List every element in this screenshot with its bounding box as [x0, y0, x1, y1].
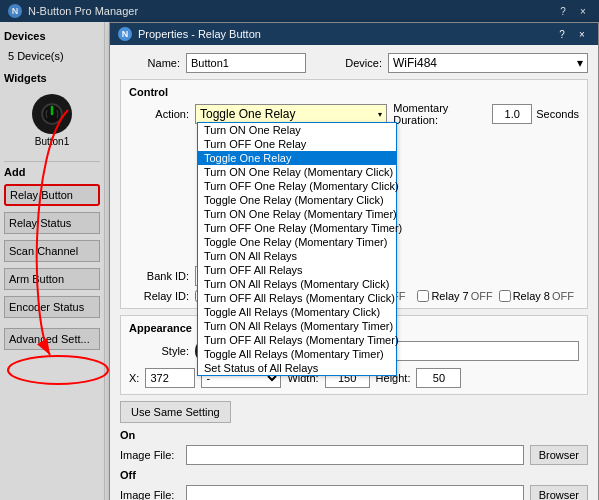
dropdown-item-16[interactable]: Toggle All Relays (Momentary Timer)	[198, 347, 396, 361]
dropdown-item-11[interactable]: Turn ON All Relays (Momentary Click)	[198, 277, 396, 291]
control-title: Control	[129, 86, 579, 98]
relay-id-label: Relay ID:	[129, 290, 189, 302]
name-label: Name:	[120, 57, 180, 69]
action-select[interactable]: Toggle One Relay ▾	[195, 104, 387, 124]
dialog-help-button[interactable]: ?	[554, 26, 570, 42]
device-arrow-icon: ▾	[577, 56, 583, 70]
dropdown-item-4[interactable]: Turn OFF One Relay (Momentary Click)	[198, 179, 396, 193]
use-same-button[interactable]: Use Same Setting	[120, 401, 231, 423]
off-label: Off	[120, 469, 588, 481]
dropdown-item-12[interactable]: Turn OFF All Relays (Momentary Click)	[198, 291, 396, 305]
off-image-file-label: Image File:	[120, 489, 180, 500]
action-dropdown-arrow-icon: ▾	[378, 110, 382, 119]
seconds-label: Seconds	[536, 108, 579, 120]
dialog-title-bar: N Properties - Relay Button ? ×	[110, 23, 598, 45]
relay-7-label: Relay 7	[431, 290, 468, 302]
off-browse-button[interactable]: Browser	[530, 485, 588, 500]
name-device-row: Name: Device: WiFi484 ▾	[120, 53, 588, 73]
action-dropdown[interactable]: Turn ON One Relay Turn OFF One Relay Tog…	[197, 122, 397, 376]
control-section: Control Action: Toggle One Relay ▾ Momen…	[120, 79, 588, 309]
dialog-overlay: N Properties - Relay Button ? × Name: De…	[0, 0, 599, 500]
relay-8-checkbox[interactable]	[499, 290, 511, 302]
device-select[interactable]: WiFi484 ▾	[388, 53, 588, 73]
bank-id-label: Bank ID:	[129, 270, 189, 282]
dropdown-item-1[interactable]: Turn OFF One Relay	[198, 137, 396, 151]
on-image-input[interactable]	[186, 445, 524, 465]
on-image-row: Image File: Browser	[120, 445, 588, 465]
x-input[interactable]	[145, 368, 195, 388]
dropdown-item-6[interactable]: Turn ON One Relay (Momentary Timer)	[198, 207, 396, 221]
relay-8-item: Relay 8 OFF	[499, 290, 574, 302]
dropdown-item-15[interactable]: Turn OFF All Relays (Momentary Timer)	[198, 333, 396, 347]
device-label: Device:	[332, 57, 382, 69]
dropdown-item-17[interactable]: Set Status of All Relays	[198, 361, 396, 375]
relay-7-item: Relay 7 OFF	[417, 290, 492, 302]
image-section: On Image File: Browser Off Image File: B…	[120, 429, 588, 500]
x-label: X:	[129, 372, 139, 384]
on-label: On	[120, 429, 588, 441]
momentary-input[interactable]	[492, 104, 532, 124]
relay-7-checkbox[interactable]	[417, 290, 429, 302]
relay-7-status: OFF	[471, 290, 493, 302]
dialog-icon: N	[118, 27, 132, 41]
off-image-row: Image File: Browser	[120, 485, 588, 500]
use-same-row: Use Same Setting	[120, 401, 588, 423]
relay-8-label: Relay 8	[513, 290, 550, 302]
action-container: Action: Toggle One Relay ▾ Momentary Dur…	[129, 102, 579, 126]
on-image-file-label: Image File:	[120, 449, 180, 461]
dropdown-item-10[interactable]: Turn OFF All Relays	[198, 263, 396, 277]
dialog-title: Properties - Relay Button	[138, 28, 261, 40]
style-label: Style:	[129, 345, 189, 357]
action-select-text: Toggle One Relay	[200, 107, 378, 121]
relay-8-status: OFF	[552, 290, 574, 302]
dropdown-item-14[interactable]: Turn ON All Relays (Momentary Timer)	[198, 319, 396, 333]
dropdown-item-8[interactable]: Toggle One Relay (Momentary Timer)	[198, 235, 396, 249]
dropdown-item-0[interactable]: Turn ON One Relay	[198, 123, 396, 137]
dropdown-item-13[interactable]: Toggle All Relays (Momentary Click)	[198, 305, 396, 319]
dialog-close-button[interactable]: ×	[574, 26, 590, 42]
action-label: Action:	[129, 108, 189, 120]
height-input[interactable]	[416, 368, 461, 388]
dropdown-item-9[interactable]: Turn ON All Relays	[198, 249, 396, 263]
off-image-input[interactable]	[186, 485, 524, 500]
momentary-row: Momentary Duration: Seconds	[393, 102, 579, 126]
momentary-label: Momentary Duration:	[393, 102, 488, 126]
dropdown-item-5[interactable]: Toggle One Relay (Momentary Click)	[198, 193, 396, 207]
device-value: WiFi484	[393, 56, 437, 70]
dropdown-item-3[interactable]: Turn ON One Relay (Momentary Click)	[198, 165, 396, 179]
on-browse-button[interactable]: Browser	[530, 445, 588, 465]
dropdown-item-2[interactable]: Toggle One Relay	[198, 151, 396, 165]
properties-dialog: N Properties - Relay Button ? × Name: De…	[109, 22, 599, 500]
name-input[interactable]	[186, 53, 306, 73]
dropdown-item-7[interactable]: Turn OFF One Relay (Momentary Timer)	[198, 221, 396, 235]
